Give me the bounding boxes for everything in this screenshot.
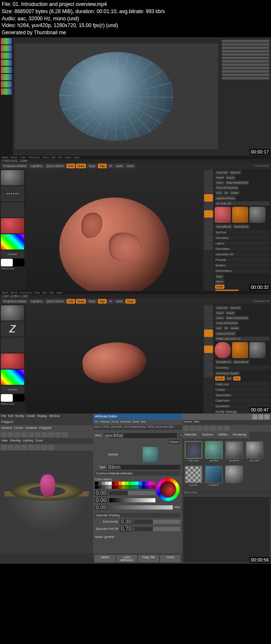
color-main[interactable] — [1, 259, 13, 266]
stroke-z-icon[interactable]: Z — [1, 321, 24, 337]
mrgb-btn[interactable]: Mrgb — [87, 164, 97, 168]
wireframe-sphere — [59, 52, 174, 141]
loadattr-btn[interactable]: Load Attributes — [116, 555, 138, 562]
common-section[interactable]: Common Material Attributes — [95, 471, 180, 476]
quicksketch-btn[interactable]: Quick Sketch — [45, 164, 66, 168]
lowpoly-blob — [80, 339, 149, 387]
timestamp-1: 00:00:17 — [249, 149, 270, 155]
specular-section[interactable]: Specular Shading — [95, 513, 180, 518]
gen-line: Generated by Thumbnail me — [2, 29, 269, 36]
maya-shelf[interactable] — [0, 431, 93, 438]
close-btn[interactable]: Close — [160, 555, 181, 562]
video-line: Video: h264, yuv420p, 1280x720, 15.00 fp… — [2, 22, 269, 29]
tool-thumb[interactable] — [215, 207, 231, 223]
saveas-btn[interactable]: Save As — [230, 170, 241, 175]
attribute-editor: Attribute Editor ListSelectedFocusAttrib… — [93, 414, 182, 564]
material-grid: Orb_oute genMat lambert1 orb_inne partic… — [182, 438, 271, 490]
tool-thumb-2[interactable] — [232, 207, 248, 223]
timestamp-4: 00:00:56 — [249, 557, 270, 563]
attr-title: Attribute Editor — [93, 414, 182, 420]
size-line: Size: 8685007 bytes (8.28 MiB), duration… — [2, 8, 269, 15]
palette-left — [0, 37, 13, 156]
m-btn[interactable]: M — [108, 164, 113, 168]
lightbox-btn[interactable]: LightBox — [29, 164, 44, 168]
zsub-btn[interactable]: Zsub — [125, 164, 136, 168]
ecc-input[interactable] — [120, 519, 133, 524]
timestamp-3: 00:00:47 — [249, 407, 270, 413]
maya-viewport[interactable] — [0, 451, 93, 553]
close-icon[interactable] — [264, 414, 269, 419]
maximize-icon[interactable] — [258, 414, 263, 419]
work-area[interactable] — [183, 496, 270, 562]
mat-node[interactable]: Orb_oute — [185, 441, 202, 463]
hypershade: OptionsHelp MaterialsTexturesUtilitiesRe… — [182, 414, 271, 564]
select-btn[interactable]: Select — [94, 555, 116, 562]
color-secondary[interactable] — [13, 259, 25, 266]
switchcolor-btn[interactable]: SwitchColor — [1, 267, 25, 270]
tool-thumb-3[interactable] — [249, 207, 265, 223]
thumbnail-4: FileEditModifyCreateDisplayWindow Polygo… — [0, 414, 271, 564]
thumbnail-1: 00:00:17 — [0, 37, 271, 156]
brush-swatch[interactable] — [1, 170, 24, 185]
panel-right — [220, 37, 271, 156]
edit-btn[interactable]: Edit — [66, 164, 75, 168]
timestamp-2: 00:00:32 — [249, 284, 270, 290]
gradient-btn[interactable]: Gradient — [1, 250, 24, 258]
material-sample — [143, 447, 158, 462]
thumbnail-3: AlphaBrushDocumentDrawEditFileLayer 1.20… — [0, 291, 271, 414]
export-btn[interactable]: Export — [226, 175, 235, 180]
coords: 2.703,5.471, -3.056 — [0, 159, 271, 163]
color-wheel[interactable] — [156, 478, 180, 501]
projection-btn[interactable]: Projection Master — [2, 164, 28, 168]
zadd-btn[interactable]: Zadd — [114, 164, 124, 168]
loadtool-btn[interactable]: Load Tool — [215, 170, 229, 175]
maya-window: FileEditModifyCreateDisplayWindow Polygo… — [0, 414, 93, 564]
draw-btn[interactable]: Draw — [76, 164, 86, 168]
copytab-btn[interactable]: Copy Tab — [138, 555, 159, 562]
color-picker[interactable] — [1, 234, 24, 249]
rgb-btn[interactable]: Rgb — [98, 164, 107, 168]
zb-toolbar: Projection Master LightBox Quick Sketch … — [0, 163, 271, 169]
material-swatch[interactable] — [1, 218, 24, 233]
file-info-header: File: 01. Introduction and project overv… — [0, 0, 271, 37]
color-swatches[interactable] — [95, 482, 155, 489]
maya-menubar[interactable]: FileEditModifyCreateDisplayWindow — [0, 414, 93, 419]
zb-menubar: AlphaBrushColorDocumentDrawEditFileLayer… — [0, 156, 271, 159]
rolloff-input[interactable] — [120, 526, 133, 532]
audio-line: Audio: aac, 32000 Hz, mono (und) — [2, 15, 269, 22]
thumbnail-2: AlphaBrushColorDocumentDrawEditFileLayer… — [0, 156, 271, 291]
stroke-swatch[interactable] — [1, 186, 24, 201]
minimize-icon[interactable] — [252, 414, 257, 419]
orb-model — [4, 470, 89, 534]
sculpted-sphere — [59, 197, 169, 297]
materials-tab[interactable]: Materials — [182, 432, 199, 438]
type-dropdown[interactable] — [107, 465, 180, 470]
alpha-swatch[interactable] — [1, 202, 24, 217]
file-line: File: 01. Introduction and project overv… — [2, 1, 269, 8]
maya-timeline[interactable] — [0, 553, 93, 564]
slider[interactable] — [109, 491, 155, 495]
blinn-name-input[interactable] — [104, 433, 177, 438]
import-btn[interactable]: Import — [215, 175, 225, 180]
